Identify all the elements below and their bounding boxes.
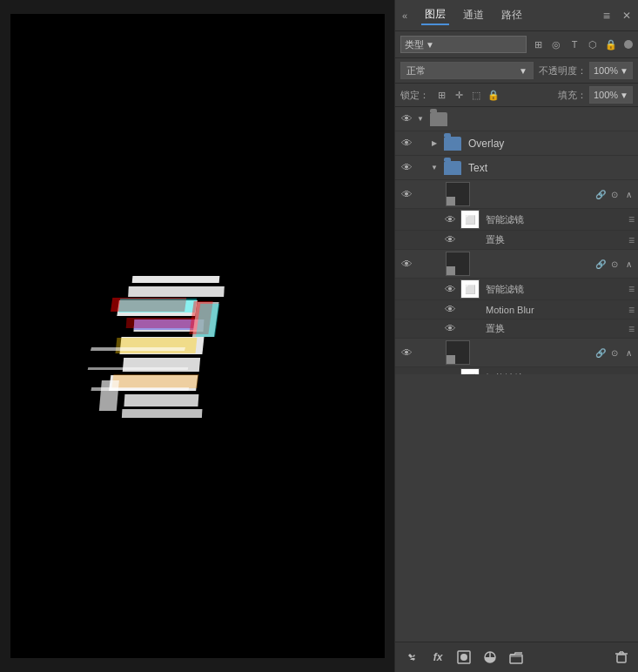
- opacity-control: 不透明度： 100% ▼: [539, 62, 633, 79]
- visibility-overlay[interactable]: 👁: [399, 136, 414, 151]
- filter-smart-icon[interactable]: 🔒: [603, 37, 619, 52]
- bottom-adjustment-btn[interactable]: [480, 648, 500, 667]
- canvas-content: [10, 14, 385, 658]
- smart-filter-icon-2: ⬜: [460, 279, 480, 299]
- folder-icon-root: [428, 111, 449, 128]
- layer-row-smart1[interactable]: 👁 🔗 ⊙ ∧: [395, 180, 638, 209]
- sublayer-name-sd2: 置换: [486, 322, 505, 335]
- svg-point-24: [460, 654, 467, 661]
- smart-filter-icon-1: ⬜: [460, 210, 480, 229]
- visibility-smart1[interactable]: 👁: [399, 186, 414, 202]
- layer-name-overlay: Overlay: [468, 138, 504, 150]
- sublayer-smart2-displace[interactable]: 👁 置换 ≡: [395, 319, 638, 339]
- lock-artboard-icon[interactable]: ⬚: [469, 88, 483, 102]
- badges-smart1: 🔗 ⊙ ∧: [594, 188, 635, 200]
- blend-mode-arrow-icon: ▼: [519, 66, 527, 76]
- sublayer-name-sf2: 智能滤镜: [486, 283, 524, 296]
- panel-collapse-icon[interactable]: «: [402, 10, 407, 21]
- svg-rect-2: [128, 286, 225, 297]
- visibility-text[interactable]: 👁: [399, 160, 414, 176]
- expand-text[interactable]: [428, 162, 440, 174]
- visibility-sd1[interactable]: 👁: [442, 232, 458, 248]
- visibility-smb2[interactable]: 👁: [442, 302, 458, 318]
- badge-link-icon-3: 🔗: [594, 346, 607, 359]
- visibility-sd2[interactable]: 👁: [442, 321, 458, 337]
- sublayer-options-1[interactable]: ≡: [628, 213, 635, 225]
- svg-rect-17: [87, 367, 188, 370]
- svg-rect-12: [124, 394, 198, 407]
- bottom-delete-btn[interactable]: [612, 648, 631, 667]
- filter-type-icon[interactable]: T: [567, 37, 582, 52]
- layer-row-smart2[interactable]: 👁 🔗 ⊙ ∧: [395, 250, 638, 279]
- layer-row-overlay[interactable]: 👁 Overlay: [395, 131, 638, 156]
- fill-value-field[interactable]: 100% ▼: [589, 86, 633, 104]
- opacity-arrow-icon: ▼: [620, 66, 628, 76]
- sublayer-name-sf1: 智能滤镜: [486, 213, 524, 226]
- badge-chevron-icon-2[interactable]: ∧: [622, 258, 635, 270]
- lock-all-icon[interactable]: 🔒: [487, 88, 500, 102]
- layer-row-root[interactable]: 👁: [395, 107, 638, 131]
- opacity-value-field[interactable]: 100% ▼: [589, 62, 633, 79]
- badge-smart-icon-3: ⊙: [608, 346, 621, 359]
- bottom-toolbar: fx: [395, 642, 638, 672]
- filter-type-select[interactable]: 类型 ▼: [400, 36, 527, 53]
- filter-bar: 类型 ▼ ⊞ ◎ T ⬡ 🔒: [395, 31, 638, 58]
- expand-overlay[interactable]: [428, 138, 440, 150]
- sublayer-smart2-filter[interactable]: 👁 ⬜ 智能滤镜 ≡: [395, 279, 638, 300]
- smart-filter-icon-3: ⬜: [460, 368, 480, 374]
- bottom-link-btn[interactable]: [402, 648, 421, 667]
- sublayer-smart1-displace[interactable]: 👁 置换 ≡: [395, 231, 638, 250]
- filter-pixel-icon[interactable]: ⊞: [530, 37, 546, 52]
- bottom-fx-btn[interactable]: fx: [428, 648, 447, 667]
- layers-list[interactable]: 👁 👁 Overlay 👁: [395, 107, 638, 374]
- sublayer-smart2-motionblur[interactable]: 👁 Motion Blur ≡: [395, 300, 638, 319]
- filter-icons: ⊞ ◎ T ⬡ 🔒: [530, 37, 619, 52]
- sublayer-options-2c[interactable]: ≡: [628, 323, 635, 335]
- blend-bar: 正常 ▼ 不透明度： 100% ▼: [395, 58, 638, 84]
- panel-close-icon[interactable]: ✕: [622, 10, 631, 22]
- badge-chevron-icon[interactable]: ∧: [622, 188, 635, 200]
- visibility-smart3[interactable]: 👁: [399, 345, 414, 360]
- fill-control: 填充： 100% ▼: [558, 86, 633, 104]
- sublayer-name-sd1: 置换: [486, 233, 505, 246]
- sublayer-options-2[interactable]: ≡: [628, 283, 635, 295]
- filter-shape-icon[interactable]: ⬡: [585, 37, 601, 52]
- filter-adjust-icon[interactable]: ◎: [548, 37, 564, 52]
- sublayer-smart1-filter[interactable]: 👁 ⬜ 智能滤镜 ≡: [395, 209, 638, 231]
- visibility-smart2[interactable]: 👁: [399, 256, 414, 272]
- svg-rect-22: [98, 380, 118, 411]
- sublayer-options-2b[interactable]: ≡: [628, 304, 635, 316]
- badge-link-icon-2: 🔗: [594, 258, 607, 270]
- blend-mode-select[interactable]: 正常 ▼: [400, 62, 534, 79]
- spacer: [395, 374, 638, 642]
- panel-header: « 图层 通道 路径 ≡ ✕: [395, 0, 638, 31]
- lock-checkerboard-icon[interactable]: ⊞: [434, 88, 448, 102]
- badge-smart-icon: ⊙: [608, 188, 621, 200]
- folder-icon-text: [442, 159, 463, 177]
- svg-rect-27: [617, 655, 626, 662]
- lock-icons: ⊞ ✛ ⬚ 🔒: [434, 88, 500, 102]
- layer-row-smart3[interactable]: 👁 🔗 ⊙ ∧: [395, 339, 638, 367]
- expand-root[interactable]: [414, 113, 426, 125]
- svg-rect-15: [111, 374, 198, 388]
- thumb-smart1: [446, 182, 470, 206]
- filter-active-indicator: [624, 40, 633, 49]
- visibility-sf2[interactable]: 👁: [442, 281, 458, 297]
- visibility-sf1[interactable]: 👁: [442, 212, 458, 227]
- badge-chevron-icon-3[interactable]: ∧: [622, 346, 635, 359]
- svg-rect-16: [90, 347, 185, 351]
- canvas-area: [0, 0, 394, 672]
- lock-move-icon[interactable]: ✛: [452, 88, 466, 102]
- bottom-folder-btn[interactable]: [507, 648, 526, 667]
- panel-menu-icon[interactable]: ≡: [603, 9, 610, 23]
- tab-paths[interactable]: 路径: [498, 6, 526, 24]
- sublayer-options-1b[interactable]: ≡: [628, 234, 635, 246]
- bottom-mask-btn[interactable]: [454, 648, 473, 667]
- visibility-root[interactable]: 👁: [399, 111, 414, 127]
- sublayer-smart3-filter[interactable]: 👁 ⬜ 智能滤镜 ≡: [395, 367, 638, 374]
- folder-icon-overlay: [442, 135, 463, 152]
- tab-channels[interactable]: 通道: [460, 6, 487, 24]
- layer-row-text[interactable]: 👁 Text: [395, 156, 638, 180]
- tab-layers[interactable]: 图层: [421, 5, 449, 25]
- layer-name-text: Text: [468, 162, 487, 174]
